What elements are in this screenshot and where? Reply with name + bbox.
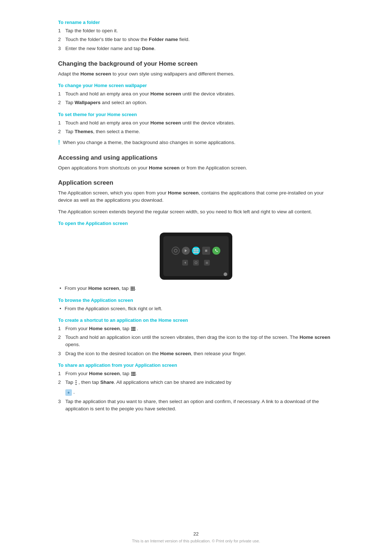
open-app-bullet: From your Home screen, tap . [58,285,334,292]
browse-app-screen-heading: To browse the Application screen [58,297,334,303]
set-theme-steps: 1 Touch and hold an empty area on your H… [58,119,334,136]
shortcut-step-1: 1 From your Home screen, tap . [58,325,334,332]
svg-rect-6 [206,263,208,263]
grid-inline-icon-2 [131,327,135,331]
share-step-2: 2 Tap , then tap Share. All applications… [58,379,334,386]
accessing-apps-section: Accessing and using applications Open ap… [58,154,334,172]
phone-icon-grid [192,247,200,255]
phone-bottom-bar [182,260,210,266]
svg-marker-3 [184,262,186,264]
phone-icon-call [212,247,220,255]
note-text: When you change a theme, the background … [63,139,235,146]
step-1: 1 Tap the folder to open it. [58,27,334,34]
rename-folder-heading: To rename a folder [58,20,334,25]
phone-taskbar [172,247,220,255]
share-app-heading: To share an application from your Applic… [58,362,334,368]
accessing-apps-subtext: Open applications from shortcuts on your… [58,164,334,172]
phone-mockup-container [58,233,334,280]
phone-icon-circle [172,247,180,255]
app-screen-para2: The Application screen extends beyond th… [58,208,334,216]
changing-background-heading: Changing the background of your Home scr… [58,60,334,67]
grid-inline-icon-3 [131,372,135,376]
share-icon-box: + [65,389,72,396]
change-wallpaper-heading: To change your Home screen wallpaper [58,83,334,88]
app-screen-heading: Application screen [58,179,334,186]
accessing-apps-heading: Accessing and using applications [58,154,334,161]
phone-icon-square [202,247,210,255]
share-app-steps: 1 From your Home screen, tap . 2 Tap [58,370,334,386]
set-theme-heading: To set theme for your Home screen [58,112,334,117]
menu-dots-icon [75,380,77,385]
create-shortcut-section: To create a shortcut to an application o… [58,317,334,357]
share-step-1: 1 From your Home screen, tap . [58,370,334,377]
open-app-bullet-list: From your Home screen, tap . [58,285,334,292]
phone-bottom-right-dot [224,272,227,276]
open-app-screen-heading: To open the Application screen [58,221,334,226]
create-shortcut-heading: To create a shortcut to an application o… [58,317,334,323]
change-wallpaper-steps: 1 Touch and hold an empty area on your H… [58,90,334,107]
wallpaper-step-1: 1 Touch and hold an empty area on your H… [58,90,334,98]
footer-text: This is an Internet version of this publ… [0,539,392,543]
rename-folder-steps: 1 Tap the folder to open it. 2 Touch the… [58,27,334,52]
page-content: To rename a folder 1 Tap the folder to o… [0,0,392,554]
theme-step-2: 2 Tap Themes, then select a theme. [58,128,334,135]
phone-mockup [160,233,232,280]
step-2: 2 Touch the folder's title bar to show t… [58,36,334,43]
phone-bottom-icon-back [182,260,188,266]
svg-point-4 [195,262,197,264]
page-footer: 22 This is an Internet version of this p… [0,531,392,543]
svg-rect-2 [205,250,207,252]
open-app-screen-section: To open the Application screen [58,221,334,292]
phone-icon-play [182,247,190,255]
changing-background-section: Changing the background of your Home scr… [58,60,334,147]
phone-bottom-icon-home [193,260,199,266]
wallpaper-step-2: 2 Tap Wallpapers and select an option. [58,99,334,106]
svg-point-0 [174,249,177,252]
browse-app-bullet: From the Application screen, flick right… [58,305,334,312]
rename-folder-section: To rename a folder 1 Tap the folder to o… [58,20,334,52]
svg-marker-1 [185,249,187,252]
svg-rect-7 [206,263,208,264]
share-step-3: 3 Tap the application that you want to s… [58,398,334,413]
theme-step-1: 1 Touch and hold an empty area on your H… [58,119,334,127]
browse-app-bullet-list: From the Application screen, flick right… [58,305,334,312]
exclamation-icon: ! [58,139,60,146]
share-app-section: To share an application from your Applic… [58,362,334,413]
browse-app-screen-section: To browse the Application screen From th… [58,297,334,312]
theme-note: ! When you change a theme, the backgroun… [58,139,334,146]
app-screen-section: Application screen The Application scree… [58,179,334,216]
share-app-steps-cont: 3 Tap the application that you want to s… [58,398,334,413]
step-3: 3 Enter the new folder name and tap Done… [58,45,334,52]
app-screen-para1: The Application screen, which you open f… [58,189,334,204]
shortcut-step-3: 3 Drag the icon to the desired location … [58,350,334,357]
grid-icon-inner [193,248,199,253]
create-shortcut-steps: 1 From your Home screen, tap . 2 Touch a… [58,325,334,357]
shortcut-step-2: 2 Touch and hold an application icon unt… [58,334,334,349]
phone-bottom-icon-menu [204,260,210,266]
changing-background-subtext: Adapt the Home screen to your own style … [58,70,334,78]
grid-inline-icon [131,287,135,291]
phone-screen [163,236,229,276]
share-icon-indicator: + . [58,389,334,395]
svg-rect-5 [206,262,208,262]
page-number: 22 [0,531,392,537]
